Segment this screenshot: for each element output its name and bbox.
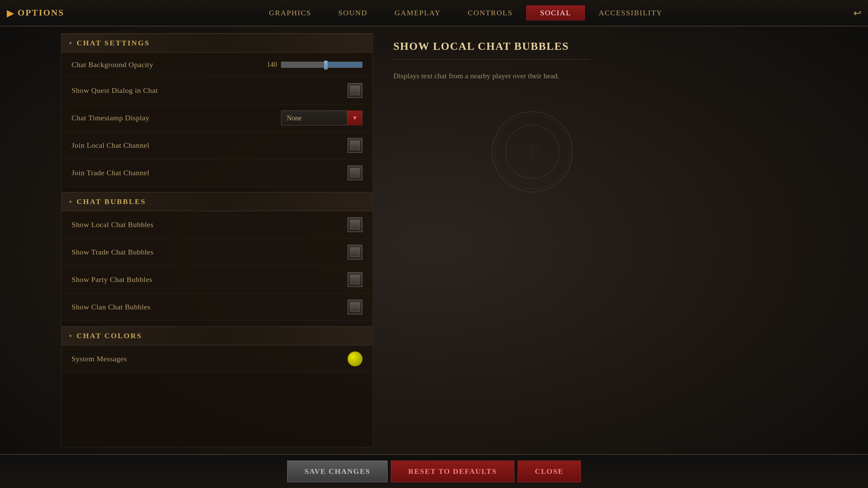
join-trade-chat-checkbox-inner xyxy=(350,168,360,178)
settings-scroll[interactable]: ✦ CHAT SETTINGS Chat Background Opacity … xyxy=(61,34,373,447)
join-local-chat-checkbox[interactable] xyxy=(348,138,362,153)
chat-colors-title: CHAT COLORS xyxy=(77,331,142,340)
join-trade-chat-label: Join Trade Chat Channel xyxy=(72,168,348,177)
settings-panel: ✦ CHAT SETTINGS Chat Background Opacity … xyxy=(61,33,373,447)
nav-tabs: GRAPHICS SOUND GAMEPLAY CONTROLS SOCIAL … xyxy=(78,5,853,20)
reset-defaults-button[interactable]: RESET TO DEFAULTS xyxy=(391,461,514,482)
tab-graphics[interactable]: GRAPHICS xyxy=(255,5,325,20)
back-icon[interactable]: ↩ xyxy=(853,7,861,19)
main-content: ✦ CHAT SETTINGS Chat Background Opacity … xyxy=(0,26,868,454)
chat-bg-opacity-control: 140 xyxy=(262,61,362,68)
show-trade-bubbles-label: Show Trade Chat Bubbles xyxy=(72,248,348,257)
decorative-art xyxy=(481,94,583,230)
join-trade-chat-control xyxy=(348,165,362,180)
tab-sound[interactable]: SOUND xyxy=(325,5,381,20)
chat-settings-title: CHAT SETTINGS xyxy=(77,39,150,47)
show-quest-dialog-checkbox[interactable] xyxy=(348,83,362,98)
setting-system-messages: System Messages xyxy=(61,345,373,373)
show-local-bubbles-checkbox[interactable] xyxy=(348,217,362,232)
chat-bg-opacity-label: Chat Background Opacity xyxy=(72,60,262,69)
decorative-svg xyxy=(492,111,573,192)
logo-arrow-icon: ▶ xyxy=(7,7,14,19)
chat-colors-icon: ✦ xyxy=(68,333,73,339)
system-messages-label: System Messages xyxy=(72,354,348,363)
show-quest-dialog-control xyxy=(348,83,362,98)
chat-bg-opacity-slider[interactable] xyxy=(281,62,362,68)
show-local-bubbles-label: Show Local Chat Bubbles xyxy=(72,220,348,229)
app-title: OPTIONS xyxy=(18,8,64,18)
show-local-bubbles-checkbox-inner xyxy=(350,220,360,229)
setting-show-trade-bubbles: Show Trade Chat Bubbles xyxy=(61,239,373,266)
show-local-bubbles-control xyxy=(348,217,362,232)
tab-gameplay[interactable]: GAMEPLAY xyxy=(381,5,454,20)
close-button[interactable]: CLOSE xyxy=(518,461,581,482)
setting-join-trade-chat: Join Trade Chat Channel xyxy=(61,159,373,187)
section-chat-bubbles-header: ✦ CHAT BUBBLES xyxy=(61,192,373,211)
show-clan-bubbles-checkbox-inner xyxy=(350,302,360,312)
save-changes-button[interactable]: SAVE CHANGES xyxy=(287,461,388,482)
show-party-bubbles-control xyxy=(348,272,362,287)
show-trade-bubbles-control xyxy=(348,245,362,260)
join-local-chat-checkbox-inner xyxy=(350,141,360,150)
show-clan-bubbles-checkbox[interactable] xyxy=(348,300,362,314)
show-trade-bubbles-checkbox[interactable] xyxy=(348,245,362,260)
chat-timestamp-dropdown[interactable]: None ▼ xyxy=(281,110,362,125)
info-panel: SHOW LOCAL CHAT BUBBLES Displays text ch… xyxy=(373,26,610,454)
show-quest-dialog-label: Show Quest Dialog in Chat xyxy=(72,86,348,95)
bottom-action-bar: SAVE CHANGES RESET TO DEFAULTS CLOSE xyxy=(0,454,868,488)
chat-bg-opacity-value: 140 xyxy=(262,61,277,68)
setting-show-clan-bubbles: Show Clan Chat Bubbles xyxy=(61,293,373,321)
chat-timestamp-dropdown-arrow[interactable]: ▼ xyxy=(347,110,362,125)
show-party-bubbles-checkbox[interactable] xyxy=(348,272,362,287)
top-navigation: ▶ OPTIONS GRAPHICS SOUND GAMEPLAY CONTRO… xyxy=(0,0,868,26)
setting-show-local-bubbles: Show Local Chat Bubbles xyxy=(61,211,373,239)
show-clan-bubbles-control xyxy=(348,300,362,314)
show-party-bubbles-checkbox-inner xyxy=(350,275,360,284)
tab-social[interactable]: SOCIAL xyxy=(526,5,585,20)
info-title: SHOW LOCAL CHAT BUBBLES xyxy=(393,40,590,60)
tab-accessibility[interactable]: ACCESSIBILITY xyxy=(585,5,676,20)
setting-join-local-chat: Join Local Chat Channel xyxy=(61,132,373,159)
chat-timestamp-label: Chat Timestamp Display xyxy=(72,114,281,122)
chat-bubbles-title: CHAT BUBBLES xyxy=(77,197,146,206)
join-local-chat-label: Join Local Chat Channel xyxy=(72,141,348,150)
info-description: Displays text chat from a nearby player … xyxy=(393,70,590,82)
show-trade-bubbles-checkbox-inner xyxy=(350,247,360,257)
show-quest-dialog-checkbox-inner xyxy=(350,86,360,95)
chat-timestamp-value: None xyxy=(281,114,347,122)
setting-chat-timestamp: Chat Timestamp Display None ▼ xyxy=(61,104,373,132)
chat-bg-opacity-thumb[interactable] xyxy=(324,61,328,69)
join-local-chat-control xyxy=(348,138,362,153)
chat-settings-icon: ✦ xyxy=(68,40,73,46)
join-trade-chat-checkbox[interactable] xyxy=(348,165,362,180)
section-chat-settings-header: ✦ CHAT SETTINGS xyxy=(61,34,373,53)
system-messages-control xyxy=(348,351,362,366)
system-messages-color-picker[interactable] xyxy=(348,351,362,366)
show-party-bubbles-label: Show Party Chat Bubbles xyxy=(72,275,348,284)
setting-show-party-bubbles: Show Party Chat Bubbles xyxy=(61,266,373,293)
nav-logo: ▶ OPTIONS xyxy=(7,7,64,19)
chat-timestamp-control: None ▼ xyxy=(281,110,362,125)
show-clan-bubbles-label: Show Clan Chat Bubbles xyxy=(72,303,348,311)
tab-controls[interactable]: CONTROLS xyxy=(454,5,526,20)
chat-bubbles-icon: ✦ xyxy=(68,199,73,205)
section-chat-colors-header: ✦ CHAT COLORS xyxy=(61,326,373,345)
setting-chat-bg-opacity: Chat Background Opacity 140 xyxy=(61,53,373,77)
setting-show-quest-dialog: Show Quest Dialog in Chat xyxy=(61,77,373,104)
